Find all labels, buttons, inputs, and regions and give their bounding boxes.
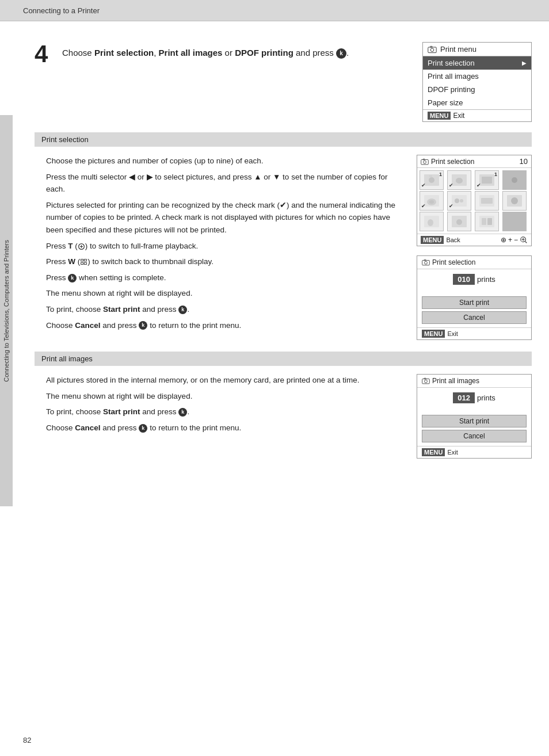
camera-thumb-icon [421,158,429,165]
svg-rect-44 [422,261,430,265]
svg-point-48 [425,380,428,383]
svg-rect-2 [430,46,432,47]
print-selection-confirm-box: Print selection 010 prints Start print C… [417,255,532,340]
thumbnail-grid-footer: MENU Back ⊕+− [417,234,531,246]
thumb-2: ✔ [447,170,471,190]
grid-menu-badge: MENU [421,236,444,244]
svg-point-24 [429,200,434,204]
thumb-3: ✔1 [475,170,499,190]
svg-rect-12 [423,159,425,160]
print-all-footer: MENU Exit [417,446,531,458]
page-number: 82 [23,736,31,744]
print-all-menu-badge: MENU [422,448,445,456]
menu-item-print-all[interactable]: Print all images [423,70,531,83]
thumb-10 [447,212,471,231]
thumb-7 [475,191,499,211]
svg-rect-15 [429,175,432,177]
print-selection-images: Print selection 10 ✔1 [417,155,532,340]
svg-point-1 [430,48,434,52]
confirm-start-print[interactable]: Start print [422,296,527,309]
thumbnail-grid: ✔1 ✔ ✔1 [417,168,531,234]
svg-rect-7 [85,259,87,261]
print-selection-section-header: Print selection [35,132,532,147]
print-all-text: All pictures stored in the internal memo… [46,374,405,459]
print-all-start-print[interactable]: Start print [422,415,527,427]
print-all-cancel[interactable]: Cancel [422,430,527,442]
confirm-prints-label: prints [477,275,495,284]
nav-icons: ⊕+− [501,236,528,244]
ok-icon-4: k [178,408,187,417]
bold-dpof: DPOF printing [235,48,293,58]
svg-point-33 [428,219,433,226]
confirm-footer: MENU Exit [417,327,531,339]
thumb-1: ✔1 [420,170,444,190]
thumb-9 [420,212,444,231]
svg-point-21 [512,177,517,183]
top-bar: Connecting to a Printer [0,0,549,21]
print-menu-box: Print menu Print selection Print all ima… [422,42,532,122]
thumb-11 [475,212,499,231]
svg-rect-39 [507,216,522,227]
menu-item-print-selection[interactable]: Print selection [423,56,531,70]
svg-point-26 [455,198,459,203]
ok-icon-5: k [139,424,147,433]
svg-point-45 [425,261,428,264]
svg-rect-10 [421,159,429,164]
confirm-prints-count: 010 [453,274,475,285]
thumb-6: ✔ [447,191,471,211]
print-all-section-header: Print all images [35,352,532,366]
bold-print-all: Print all images [159,48,223,58]
step-number: 4 [35,42,53,66]
thumb-5: ✔ [420,191,444,211]
svg-rect-49 [424,378,426,379]
top-bar-title: Connecting to a Printer [23,6,100,15]
svg-rect-9 [85,262,87,264]
print-selection-text: Choose the pictures and number of copies… [46,155,405,340]
menu-item-paper-size[interactable]: Paper size [423,96,531,109]
svg-rect-8 [81,262,83,264]
ok-icon-1: k [68,274,77,282]
print-all-images: Print all images 012 prints Start print … [417,374,532,459]
step-header: 4 Choose Print selection, Print all imag… [35,42,411,66]
menu-item-dpof[interactable]: DPOF printing [423,83,531,96]
svg-rect-37 [482,218,486,225]
print-all-confirm-title: Print all images [417,375,531,388]
ok-button-icon: k [336,48,346,59]
svg-rect-0 [428,47,436,53]
svg-point-11 [424,161,426,163]
svg-rect-47 [422,379,430,384]
camera-confirm-icon [422,259,430,266]
svg-point-35 [456,219,462,225]
confirm-prints-row: 010 prints [417,269,531,289]
confirm-box-title: Print selection [417,256,531,269]
menu-badge: MENU [428,112,451,120]
thumbnail-grid-count: 10 [520,157,528,166]
confirm-cancel[interactable]: Cancel [422,311,527,324]
thumbnail-grid-header: Print selection 10 [417,155,531,168]
svg-rect-29 [481,198,493,204]
svg-rect-19 [482,177,492,184]
print-all-content: All pictures stored in the internal memo… [46,374,532,459]
print-all-prints-row: 012 prints [417,388,531,408]
svg-line-41 [525,242,527,243]
thumb-4 [502,170,527,190]
svg-point-31 [511,197,518,204]
thumbnail-grid-box: Print selection 10 ✔1 [417,155,532,246]
svg-point-14 [429,177,434,183]
thumbnail-grid-title: Print selection [431,158,474,166]
svg-rect-38 [487,218,492,225]
svg-rect-46 [424,259,426,261]
print-menu-title: Print menu [423,43,531,56]
confirm-menu-badge: MENU [422,330,445,338]
thumb-12 [502,212,527,231]
camera-print-all-icon [422,377,430,384]
print-menu-footer: MENU Exit [423,109,531,121]
side-tab: Connecting to Televisions, Computers and… [0,115,13,506]
thumb-8 [502,191,527,211]
ok-icon-3: k [139,321,147,330]
print-all-prints-count: 012 [453,392,475,403]
svg-rect-36 [479,216,494,227]
camera-small-icon [428,45,437,54]
side-tab-text: Connecting to Televisions, Computers and… [2,240,10,382]
zoom-icon [520,236,528,244]
